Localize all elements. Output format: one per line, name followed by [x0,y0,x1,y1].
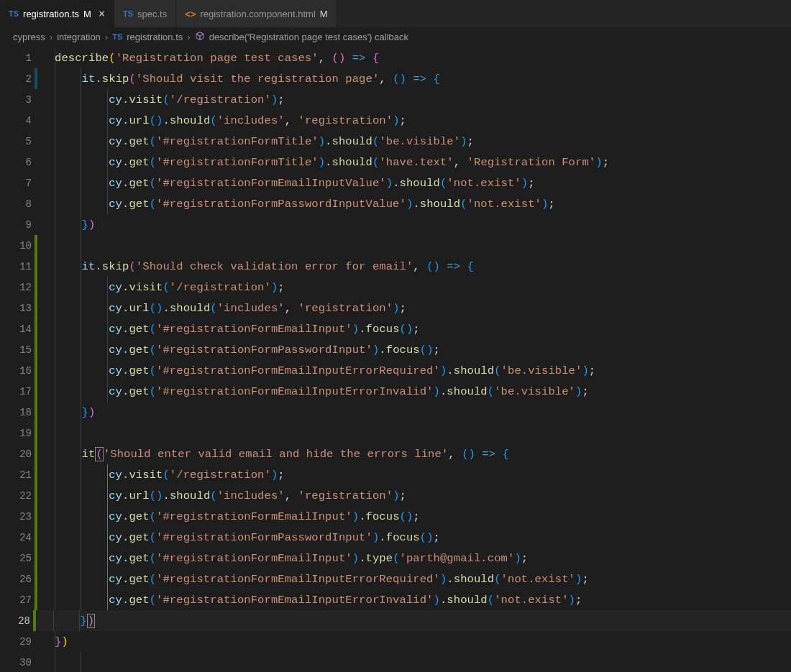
line-number[interactable]: 25 [0,553,35,564]
code-text[interactable]: cy.get('#registrationFormEmailInputError… [55,594,582,607]
line-number[interactable]: 4 [0,115,35,126]
code-line[interactable]: 8 cy.get('#registrationFormPasswordInput… [0,193,791,214]
code-line[interactable]: 18 }) [0,402,791,423]
line-number[interactable]: 24 [0,532,35,543]
code-line[interactable]: 2 it.skip('Should visit the registration… [0,68,791,89]
code-line[interactable]: 5 cy.get('#registrationFormTitle').shoul… [0,131,791,152]
git-gutter [35,589,37,610]
code-text[interactable]: cy.get('#registrationFormEmailInputError… [55,385,589,398]
code-text[interactable]: cy.url().should('includes', 'registratio… [55,302,406,315]
line-number[interactable]: 2 [0,73,35,85]
breadcrumb-folder[interactable]: integration [57,32,101,42]
code-line[interactable]: 24 cy.get('#registrationFormPasswordInpu… [0,527,791,548]
line-number[interactable]: 3 [0,94,35,106]
line-number[interactable]: 6 [0,157,35,168]
code-line[interactable]: 15 cy.get('#registrationFormPasswordInpu… [0,339,791,360]
typescript-icon: TS [112,32,122,41]
line-number[interactable]: 10 [0,240,35,252]
code-line[interactable]: 19 [0,423,791,443]
code-line[interactable]: 9 }) [0,214,791,235]
tab-spec-ts[interactable]: TS spec.ts [114,0,176,27]
code-line[interactable]: 27 cy.get('#registrationFormEmailInputEr… [0,589,791,610]
code-line[interactable]: 10 [0,235,791,256]
code-line[interactable]: 25 cy.get('#registrationFormEmailInput')… [0,548,791,569]
line-number[interactable]: 22 [0,490,35,502]
code-text[interactable]: describe('Registration page test cases',… [55,52,379,65]
git-gutter [35,68,37,89]
code-line[interactable]: 17 cy.get('#registrationFormEmailInputEr… [0,381,791,402]
code-line[interactable]: 26 cy.get('#registrationFormEmailInputEr… [0,569,791,589]
line-number[interactable]: 11 [0,261,35,272]
breadcrumb-folder[interactable]: cypress [13,32,45,42]
line-number[interactable]: 20 [0,448,35,460]
tab-registration-component-html[interactable]: <> registration.component.html M [176,0,337,27]
code-text[interactable]: cy.get('#registrationFormEmailInput').fo… [55,323,420,336]
line-number[interactable]: 30 [0,657,35,668]
line-number[interactable]: 15 [0,344,35,356]
code-text[interactable]: cy.get('#registrationFormPasswordInput')… [55,531,440,544]
line-number[interactable]: 1 [0,52,35,64]
code-text[interactable]: cy.url().should('includes', 'registratio… [55,114,406,127]
breadcrumb-file[interactable]: registration.ts [127,32,183,42]
line-number[interactable]: 13 [0,303,35,314]
line-number[interactable]: 14 [0,323,35,335]
code-text[interactable]: }) [53,615,95,627]
close-icon[interactable]: × [99,7,105,20]
line-number[interactable]: 5 [0,136,35,147]
code-text[interactable]: cy.get('#registrationFormPasswordInputVa… [55,198,555,211]
code-line[interactable]: 6 cy.get('#registrationFormTitle').shoul… [0,152,791,172]
code-line[interactable]: 3 cy.visit('/registration'); [0,89,791,110]
code-text[interactable]: }) [55,406,95,419]
line-number[interactable]: 19 [0,428,35,439]
code-line[interactable]: 12 cy.visit('/registration'); [0,277,791,298]
code-line[interactable]: 21 cy.visit('/registration'); [0,464,791,485]
code-text[interactable]: it('Should enter valid email and hide th… [55,448,509,461]
code-text[interactable]: cy.get('#registrationFormPasswordInput')… [55,344,440,356]
code-line[interactable]: 7 cy.get('#registrationFormEmailInputVal… [0,172,791,193]
tab-registration-ts[interactable]: TS registration.ts M × [0,0,114,27]
code-text[interactable]: it.skip('Should check validation error f… [55,260,474,273]
breadcrumb[interactable]: cypress › integration › TS registration.… [0,27,791,46]
line-number[interactable]: 27 [0,594,35,606]
code-line[interactable]: 4 cy.url().should('includes', 'registrat… [0,110,791,131]
code-line[interactable]: 29}) [0,631,791,652]
code-text[interactable]: cy.get('#registrationFormTitle').should(… [55,156,609,169]
code-text[interactable]: cy.visit('/registration'); [55,93,285,106]
line-number[interactable]: 9 [0,219,35,231]
line-number[interactable]: 12 [0,282,35,293]
line-number[interactable]: 23 [0,511,35,523]
line-number[interactable]: 7 [0,178,35,189]
code-line[interactable]: 13 cy.url().should('includes', 'registra… [0,298,791,318]
code-text[interactable]: cy.visit('/registration'); [55,281,285,294]
line-number[interactable]: 8 [0,198,35,210]
code-line[interactable]: 16 cy.get('#registrationFormEmailInputEr… [0,360,791,381]
code-text[interactable]: it.skip('Should visit the registration p… [55,73,440,86]
code-editor[interactable]: 1describe('Registration page test cases'… [0,46,791,672]
code-line[interactable]: 1describe('Registration page test cases'… [0,47,791,68]
code-line[interactable]: 28 }) [0,610,791,631]
code-line[interactable]: 20 it('Should enter valid email and hide… [0,443,791,464]
line-number[interactable]: 16 [0,365,35,377]
code-line[interactable]: 23 cy.get('#registrationFormEmailInput')… [0,506,791,527]
breadcrumb-symbol[interactable]: describe('Registration page test cases')… [209,32,408,42]
code-text[interactable]: cy.visit('/registration'); [55,469,285,482]
line-number[interactable]: 26 [0,574,35,585]
line-number[interactable]: 28 [0,615,33,627]
line-number[interactable]: 17 [0,386,35,397]
code-line[interactable]: 22 cy.url().should('includes', 'registra… [0,485,791,506]
line-number[interactable]: 18 [0,407,35,418]
code-line[interactable]: 30 [0,652,791,672]
code-text[interactable]: cy.get('#registrationFormEmailInput').fo… [55,510,420,523]
code-text[interactable]: }) [55,218,95,231]
code-text[interactable]: cy.get('#registrationFormEmailInput').ty… [55,552,528,565]
code-text[interactable]: cy.get('#registrationFormTitle').should(… [55,135,474,148]
line-number[interactable]: 21 [0,469,35,481]
code-text[interactable]: }) [55,635,68,648]
code-line[interactable]: 11 it.skip('Should check validation erro… [0,256,791,277]
code-text[interactable]: cy.get('#registrationFormEmailInputError… [55,573,589,586]
code-line[interactable]: 14 cy.get('#registrationFormEmailInput')… [0,318,791,339]
code-text[interactable]: cy.get('#registrationFormEmailInputValue… [55,177,535,190]
code-text[interactable]: cy.url().should('includes', 'registratio… [55,489,406,502]
line-number[interactable]: 29 [0,636,35,648]
code-text[interactable]: cy.get('#registrationFormEmailInputError… [55,364,595,377]
